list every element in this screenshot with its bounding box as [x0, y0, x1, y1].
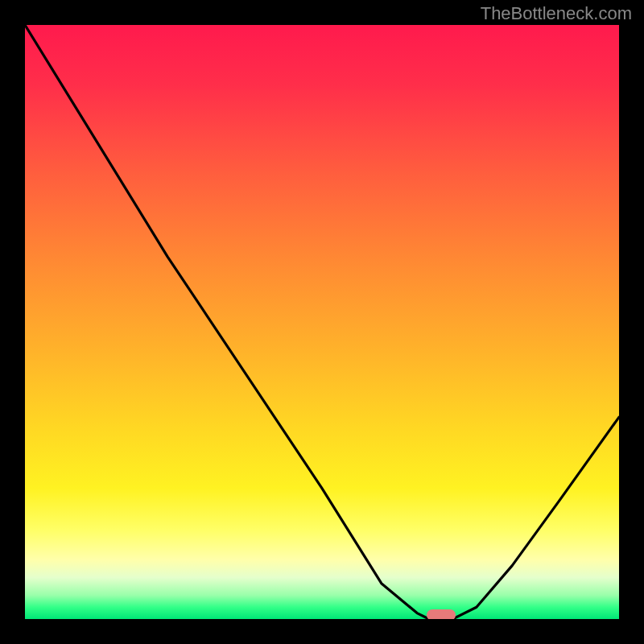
plot-area	[25, 25, 619, 619]
watermark-text: TheBottleneck.com	[481, 3, 632, 24]
curve-svg	[25, 25, 619, 619]
optimum-marker	[427, 609, 456, 619]
bottleneck-curve	[25, 25, 619, 619]
